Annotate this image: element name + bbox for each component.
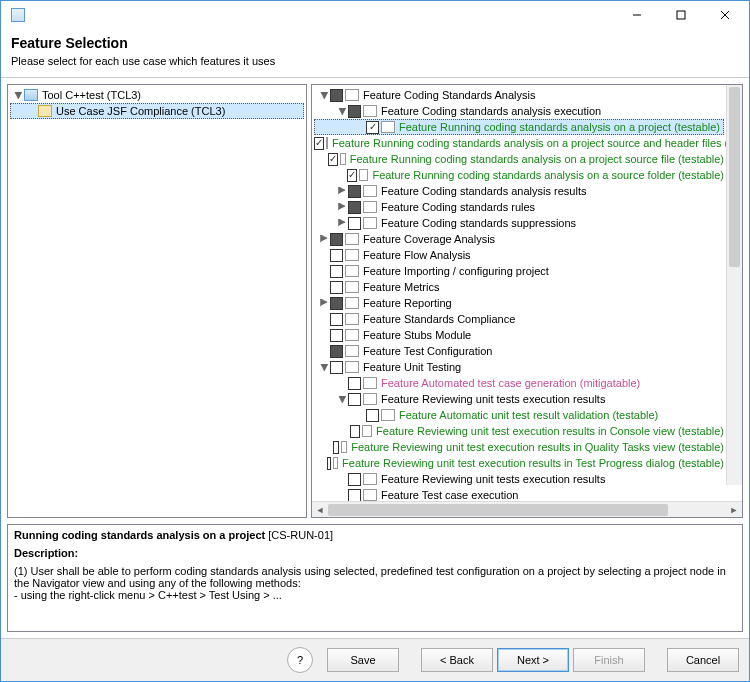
tree-label: Feature Reviewing unit tests execution r… — [380, 473, 605, 485]
minimize-button[interactable] — [615, 2, 659, 28]
tree-row[interactable]: Feature Flow Analysis — [314, 247, 724, 263]
tree-label: Feature Automated test case generation (… — [380, 377, 640, 389]
feature-checkbox[interactable] — [330, 249, 343, 262]
tree-row[interactable]: Feature Automated test case generation (… — [314, 375, 724, 391]
feature-icon — [345, 89, 359, 101]
close-button[interactable] — [703, 2, 747, 28]
page-title: Feature Selection — [11, 35, 739, 51]
feature-checkbox[interactable] — [347, 169, 357, 182]
next-button[interactable]: Next > — [497, 648, 569, 672]
feature-checkbox[interactable] — [348, 105, 361, 118]
feature-icon — [363, 201, 377, 213]
expand-icon[interactable]: ⯈ — [336, 186, 348, 196]
tree-row[interactable]: Feature Standards Compliance — [314, 311, 724, 327]
tree-row[interactable]: Feature Running coding standards analysi… — [314, 135, 724, 151]
tree-row[interactable]: Feature Reviewing unit test execution re… — [314, 423, 724, 439]
folder-icon — [38, 105, 52, 117]
maximize-button[interactable] — [659, 2, 703, 28]
feature-checkbox[interactable] — [348, 217, 361, 230]
back-button[interactable]: < Back — [421, 648, 493, 672]
feature-checkbox[interactable] — [348, 393, 361, 406]
tree-label: Feature Reporting — [362, 297, 452, 309]
vertical-scrollbar[interactable] — [726, 85, 742, 485]
collapse-icon[interactable]: ⯆ — [336, 394, 348, 404]
right-tree-pane[interactable]: ⯆Feature Coding Standards Analysis⯆Featu… — [311, 84, 743, 518]
feature-checkbox[interactable] — [330, 297, 343, 310]
expand-icon[interactable]: ⯆ — [12, 90, 24, 100]
feature-checkbox[interactable] — [366, 409, 379, 422]
tree-row[interactable]: ⯈Feature Reporting — [314, 295, 724, 311]
feature-icon — [345, 265, 359, 277]
tree-row[interactable]: Feature Running coding standards analysi… — [314, 119, 724, 135]
tree-row[interactable]: ⯈Feature Coding standards analysis resul… — [314, 183, 724, 199]
feature-checkbox[interactable] — [330, 265, 343, 278]
feature-checkbox[interactable] — [314, 137, 324, 150]
wizard-window: Feature Selection Please select for each… — [0, 0, 750, 682]
left-tree-pane[interactable]: ⯆ Tool C++test (TCL3) Use Case JSF Compl… — [7, 84, 307, 518]
expand-icon[interactable]: ⯈ — [318, 234, 330, 244]
feature-checkbox[interactable] — [330, 345, 343, 358]
tree-row[interactable]: ⯈Feature Coding standards suppressions — [314, 215, 724, 231]
finish-button[interactable]: Finish — [573, 648, 645, 672]
feature-checkbox[interactable] — [330, 361, 343, 374]
tree-row[interactable]: Feature Metrics — [314, 279, 724, 295]
tree-row[interactable]: ⯆Feature Reviewing unit tests execution … — [314, 391, 724, 407]
feature-checkbox[interactable] — [350, 425, 360, 438]
expand-icon[interactable]: ⯈ — [336, 202, 348, 212]
feature-checkbox[interactable] — [330, 233, 343, 246]
tree-row[interactable]: Feature Reviewing unit test execution re… — [314, 439, 724, 455]
tree-row[interactable]: Feature Reviewing unit tests execution r… — [314, 471, 724, 487]
cancel-button[interactable]: Cancel — [667, 648, 739, 672]
help-button[interactable]: ? — [287, 647, 313, 673]
feature-checkbox[interactable] — [330, 89, 343, 102]
tree-row[interactable]: ⯆Feature Coding standards analysis execu… — [314, 103, 724, 119]
feature-checkbox[interactable] — [348, 185, 361, 198]
feature-checkbox[interactable] — [327, 457, 332, 470]
tree-row[interactable]: ⯆Feature Unit Testing — [314, 359, 724, 375]
scroll-left-icon[interactable]: ◄ — [312, 502, 328, 518]
feature-checkbox[interactable] — [330, 329, 343, 342]
tree-row[interactable]: Feature Test case execution — [314, 487, 724, 501]
feature-checkbox[interactable] — [348, 489, 361, 502]
scroll-right-icon[interactable]: ► — [726, 502, 742, 518]
expand-icon[interactable]: ⯈ — [318, 298, 330, 308]
tree-row[interactable]: ⯈Feature Coding standards rules — [314, 199, 724, 215]
feature-checkbox[interactable] — [330, 313, 343, 326]
tree-row[interactable]: Feature Automatic unit test result valid… — [314, 407, 724, 423]
tree-row[interactable]: Feature Running coding standards analysi… — [314, 167, 724, 183]
feature-icon — [340, 153, 345, 165]
tree-label: Feature Stubs Module — [362, 329, 471, 341]
tree-row[interactable]: Feature Test Configuration — [314, 343, 724, 359]
feature-icon — [345, 361, 359, 373]
collapse-icon[interactable]: ⯆ — [318, 90, 330, 100]
feature-icon — [363, 473, 377, 485]
feature-checkbox[interactable] — [348, 377, 361, 390]
tree-row-usecase[interactable]: Use Case JSF Compliance (TCL3) — [10, 103, 304, 119]
tree-row[interactable]: Feature Reviewing unit test execution re… — [314, 455, 724, 471]
tree-label: Feature Running coding standards analysi… — [398, 121, 720, 133]
tree-label: Feature Standards Compliance — [362, 313, 515, 325]
feature-icon — [363, 489, 377, 501]
feature-checkbox[interactable] — [330, 281, 343, 294]
save-button[interactable]: Save — [327, 648, 399, 672]
tree-row[interactable]: Feature Stubs Module — [314, 327, 724, 343]
expand-icon[interactable]: ⯈ — [336, 218, 348, 228]
feature-icon — [363, 393, 377, 405]
feature-checkbox[interactable] — [348, 473, 361, 486]
collapse-icon[interactable]: ⯆ — [318, 362, 330, 372]
tree-row[interactable]: ⯈Feature Coverage Analysis — [314, 231, 724, 247]
tree-row[interactable]: ⯆Feature Coding Standards Analysis — [314, 87, 724, 103]
feature-checkbox[interactable] — [328, 153, 338, 166]
tool-icon — [24, 89, 38, 101]
feature-checkbox[interactable] — [366, 121, 379, 134]
tree-row-tool[interactable]: ⯆ Tool C++test (TCL3) — [10, 87, 304, 103]
feature-checkbox[interactable] — [333, 441, 339, 454]
feature-checkbox[interactable] — [348, 201, 361, 214]
horizontal-scrollbar[interactable]: ◄ ► — [312, 501, 742, 517]
tree-label: Feature Metrics — [362, 281, 439, 293]
tree-row[interactable]: Feature Importing / configuring project — [314, 263, 724, 279]
collapse-icon[interactable]: ⯆ — [336, 106, 348, 116]
tree-row[interactable]: Feature Running coding standards analysi… — [314, 151, 724, 167]
help-icon: ? — [297, 654, 303, 666]
page-subtitle: Please select for each use case which fe… — [11, 55, 739, 67]
